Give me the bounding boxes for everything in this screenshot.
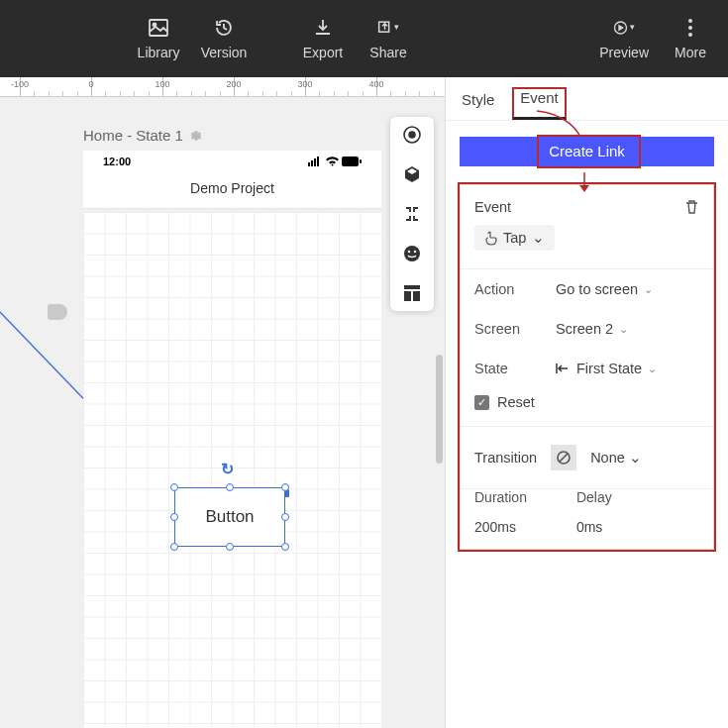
inspector-tabs: Style Event bbox=[446, 77, 728, 121]
first-state-icon bbox=[556, 363, 571, 374]
history-icon bbox=[213, 17, 235, 39]
chevron-down-icon: ⌄ bbox=[532, 230, 545, 246]
autolayout-icon[interactable] bbox=[402, 204, 422, 224]
image-icon bbox=[148, 17, 169, 39]
preview-label: Preview bbox=[599, 45, 649, 60]
resize-handle-s[interactable] bbox=[226, 543, 234, 551]
chevron-down-icon: ⌄ bbox=[644, 283, 653, 296]
canvas-area[interactable]: -1000100200300400 Home - State 1 12:00 bbox=[0, 77, 445, 728]
duration-value[interactable]: 200ms bbox=[474, 519, 527, 535]
svg-rect-12 bbox=[342, 156, 359, 166]
resize-handle-n[interactable] bbox=[226, 483, 234, 491]
svg-rect-8 bbox=[308, 162, 310, 166]
resize-handle-nw[interactable] bbox=[170, 483, 178, 491]
svg-rect-0 bbox=[150, 20, 167, 36]
svg-rect-19 bbox=[404, 285, 420, 289]
status-time: 12:00 bbox=[103, 156, 131, 167]
duration-label: Duration bbox=[474, 489, 527, 505]
library-button[interactable]: Library bbox=[135, 17, 182, 60]
delete-event-button[interactable] bbox=[684, 199, 699, 215]
svg-line-25 bbox=[560, 454, 568, 462]
preview-button[interactable]: ▾ Preview bbox=[599, 17, 649, 60]
screen-title[interactable]: Home - State 1 bbox=[83, 127, 203, 144]
selected-element[interactable]: ↻ Button bbox=[174, 487, 285, 547]
svg-rect-21 bbox=[413, 291, 420, 301]
ruler: -1000100200300400 bbox=[0, 77, 445, 97]
inspector-panel: Style Event Create Link Event bbox=[445, 77, 728, 728]
tap-icon bbox=[484, 230, 497, 246]
delay-value[interactable]: 0ms bbox=[576, 519, 612, 535]
svg-rect-11 bbox=[317, 156, 319, 166]
svg-point-5 bbox=[688, 26, 692, 30]
svg-point-4 bbox=[688, 19, 692, 23]
share-button[interactable]: ▾ Share bbox=[364, 17, 412, 60]
svg-rect-13 bbox=[360, 159, 362, 163]
state-label: State bbox=[474, 361, 546, 376]
svg-rect-9 bbox=[311, 160, 313, 166]
transition-label: Transition bbox=[474, 450, 537, 466]
resize-handle-sw[interactable] bbox=[170, 543, 178, 551]
svg-rect-20 bbox=[404, 291, 411, 301]
svg-point-16 bbox=[404, 246, 420, 261]
trigger-selector[interactable]: Tap ⌄ bbox=[474, 225, 555, 251]
canvas-tools bbox=[390, 117, 434, 311]
tab-style[interactable]: Style bbox=[462, 91, 494, 120]
library-label: Library bbox=[138, 45, 180, 60]
none-icon bbox=[551, 445, 576, 470]
layout-icon[interactable] bbox=[402, 283, 422, 303]
state-selector[interactable]: First State ⌄ bbox=[556, 361, 657, 376]
reset-label: Reset bbox=[497, 394, 535, 410]
event-card: Event Tap ⌄ Action Go to screen ⌄ bbox=[460, 184, 714, 550]
event-heading: Event bbox=[474, 199, 511, 215]
device-frame: 12:00 Demo Project bbox=[83, 151, 381, 289]
version-label: Version bbox=[201, 45, 248, 60]
reset-checkbox[interactable]: ✓ bbox=[474, 395, 489, 410]
transition-selector[interactable]: None ⌄ bbox=[590, 450, 642, 466]
export-label: Export bbox=[303, 45, 343, 60]
export-button[interactable]: Export bbox=[299, 17, 347, 60]
status-bar: 12:00 bbox=[83, 151, 381, 172]
resize-handle-e[interactable] bbox=[281, 513, 289, 521]
svg-rect-10 bbox=[314, 158, 316, 166]
cube-icon[interactable] bbox=[402, 164, 422, 184]
action-label: Action bbox=[474, 281, 546, 297]
chevron-down-icon: ⌄ bbox=[648, 363, 657, 375]
more-vertical-icon bbox=[679, 17, 701, 39]
top-toolbar: Library Version Export ▾ Share ▾ bbox=[0, 0, 728, 77]
trigger-value: Tap bbox=[503, 230, 526, 246]
play-icon: ▾ bbox=[613, 17, 635, 39]
action-selector[interactable]: Go to screen ⌄ bbox=[556, 281, 653, 297]
status-icons bbox=[308, 156, 362, 166]
transition-value: None bbox=[590, 450, 625, 466]
rotate-handle[interactable]: ↻ bbox=[221, 460, 234, 478]
svg-point-17 bbox=[408, 251, 410, 253]
resize-handle-ne[interactable] bbox=[281, 483, 289, 491]
svg-point-6 bbox=[688, 33, 692, 37]
button-text: Button bbox=[205, 507, 254, 527]
svg-point-15 bbox=[409, 132, 415, 138]
svg-point-18 bbox=[414, 251, 416, 253]
download-icon bbox=[312, 17, 334, 39]
canvas-scrollbar[interactable] bbox=[436, 355, 443, 464]
share-label: Share bbox=[369, 45, 406, 60]
target-icon[interactable] bbox=[402, 125, 422, 145]
button-element[interactable]: Button bbox=[174, 487, 285, 547]
screen-value: Screen 2 bbox=[556, 321, 613, 337]
resize-handle-se[interactable] bbox=[281, 543, 289, 551]
version-button[interactable]: Version bbox=[200, 17, 248, 60]
more-label: More bbox=[675, 45, 706, 60]
screen-label: Screen bbox=[474, 321, 546, 337]
share-icon: ▾ bbox=[377, 17, 399, 39]
breadcrumb-handle[interactable] bbox=[48, 304, 67, 320]
more-button[interactable]: More bbox=[667, 17, 714, 60]
chevron-down-icon: ⌄ bbox=[629, 450, 642, 466]
project-title: Demo Project bbox=[83, 172, 381, 208]
delay-label: Delay bbox=[576, 489, 612, 505]
tab-event[interactable]: Event bbox=[512, 87, 566, 120]
resize-handle-w[interactable] bbox=[170, 513, 178, 521]
action-value: Go to screen bbox=[556, 281, 638, 297]
screen-selector[interactable]: Screen 2 ⌄ bbox=[556, 321, 628, 337]
smile-icon[interactable] bbox=[402, 244, 422, 263]
gear-icon[interactable] bbox=[189, 129, 203, 143]
state-value: First State bbox=[576, 361, 642, 376]
